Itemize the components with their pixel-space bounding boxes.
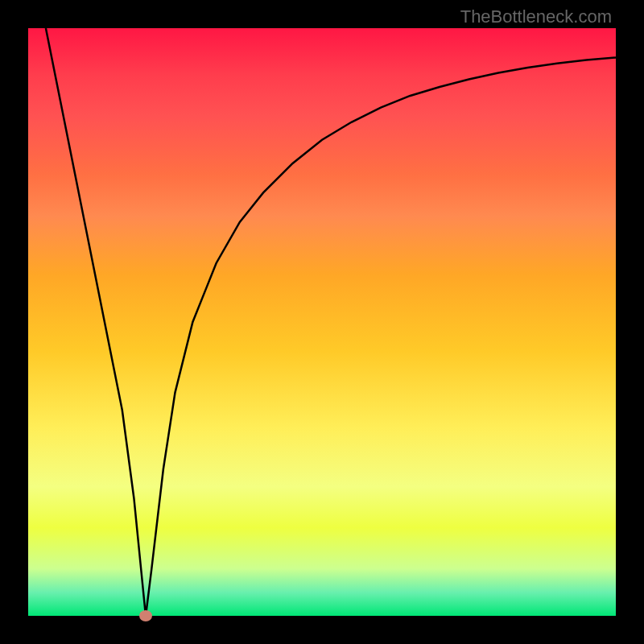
bottleneck-curve bbox=[46, 28, 616, 616]
optimal-point-marker bbox=[139, 610, 152, 621]
plot-area bbox=[28, 28, 616, 616]
watermark-text: TheBottleneck.com bbox=[460, 6, 612, 27]
chart-container: TheBottleneck.com bbox=[0, 0, 644, 644]
curve-svg bbox=[28, 28, 616, 616]
